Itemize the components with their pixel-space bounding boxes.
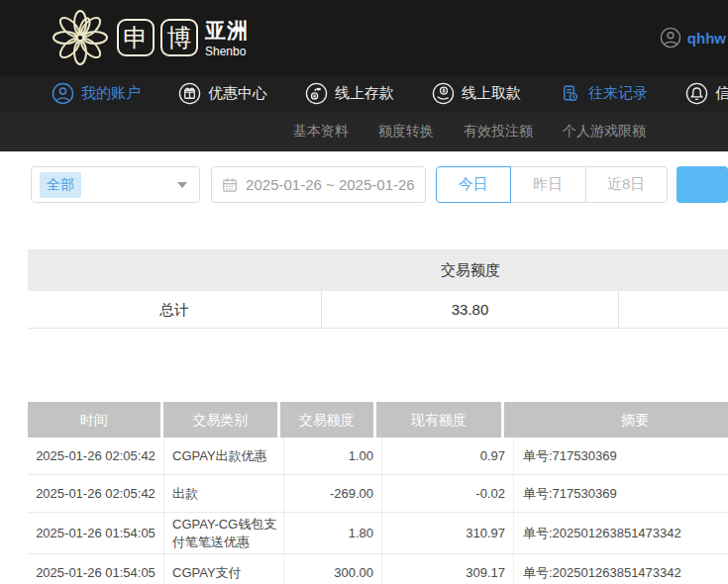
summary-table-header: 交易额度	[28, 249, 728, 291]
table-row: 2025-01-26 02:05:42 CGPAY出款优惠 1.00 0.97 …	[28, 438, 728, 475]
nav-label: 往来记录	[588, 84, 648, 103]
summary-total-row: 总计 33.80	[28, 291, 728, 329]
deposit-icon	[305, 82, 328, 105]
cell-amount: 300.00	[284, 554, 382, 584]
user-avatar-icon	[660, 27, 681, 49]
brand-subtitle: Shenbo	[205, 45, 249, 58]
summary-total-label: 总计	[28, 291, 322, 328]
cell-balance: 0.97	[382, 438, 514, 474]
nav-label: 优惠中心	[208, 84, 267, 103]
nav-item-promotions[interactable]: 优惠中心	[178, 82, 267, 105]
brand-char-bo: 博	[160, 19, 198, 56]
summary-header-amount: 交易额度	[322, 261, 619, 280]
cell-amount: 1.00	[284, 438, 382, 474]
top-header: 申 博 亚洲 Shenbo qhhw	[0, 0, 728, 75]
brand-logo: 申 博 亚洲 Shenbo	[50, 7, 249, 68]
column-header-amount: 交易额度	[280, 402, 373, 438]
brand-char-shen: 申	[117, 19, 155, 56]
username[interactable]: qhhw	[687, 30, 726, 47]
subnav-item-balance-transfer[interactable]: 额度转换	[378, 123, 434, 141]
nav-label: 信息	[715, 84, 728, 103]
column-header-summary: 摘要	[504, 402, 728, 438]
cell-type: CGPAY-CG钱包支付笔笔送优惠	[164, 513, 284, 553]
brand-region: 亚洲	[205, 17, 249, 45]
last-8-days-button[interactable]: 近8日	[585, 166, 668, 203]
withdraw-icon	[432, 82, 455, 105]
yesterday-button[interactable]: 昨日	[510, 166, 586, 203]
cell-type: CGPAY出款优惠	[164, 438, 284, 474]
column-header-time: 时间	[28, 402, 160, 438]
cell-type: CGPAY支付	[164, 554, 284, 584]
transactions-header-row: 时间 交易类别 交易额度 现有额度 摘要	[28, 402, 728, 438]
user-icon	[52, 82, 74, 105]
nav-label: 线上存款	[335, 84, 394, 103]
nav-item-withdraw[interactable]: 线上取款	[432, 82, 521, 105]
nav-item-messages[interactable]: 信息	[685, 82, 728, 105]
cell-time: 2025-01-26 01:54:05	[28, 554, 164, 584]
main-nav: 我的账户 优惠中心 线上存款	[0, 75, 728, 112]
date-range-input[interactable]: 2025-01-26 ~ 2025-01-26	[211, 166, 426, 203]
cell-summary: 单号:717530369	[514, 438, 728, 474]
column-header-type: 交易类别	[163, 402, 277, 438]
cell-balance: 310.97	[382, 513, 514, 553]
nav-item-deposit[interactable]: 线上存款	[305, 82, 394, 105]
today-button[interactable]: 今日	[436, 166, 511, 203]
calendar-icon	[222, 177, 238, 193]
account-transactions-page: 申 博 亚洲 Shenbo qhhw 我的账户	[0, 0, 728, 584]
nav-item-transaction-records[interactable]: 往来记录	[559, 82, 648, 105]
cell-amount: 1.80	[284, 513, 382, 553]
cell-summary: 单号:202501263851473342	[514, 554, 728, 584]
cell-balance: 309.17	[382, 554, 514, 584]
bell-icon	[685, 82, 708, 105]
nav-label: 线上取款	[462, 84, 521, 103]
user-account-area[interactable]: qhhw	[660, 27, 726, 49]
cell-summary: 单号:717530369	[514, 475, 728, 512]
nav-item-my-account[interactable]: 我的账户	[52, 82, 141, 105]
transaction-type-select[interactable]: 全部	[31, 166, 200, 203]
account-sub-nav: 基本资料 额度转换 有效投注额 个人游戏限额	[0, 112, 728, 151]
table-row: 2025-01-26 01:54:05 CGPAY支付 300.00 309.1…	[28, 554, 728, 584]
cell-balance: -0.02	[382, 475, 514, 512]
transactions-table: 时间 交易类别 交易额度 现有额度 摘要 2025-01-26 02:05:42…	[28, 402, 728, 584]
filter-toolbar: 全部 2025-01-26 ~ 2025-01-26 今日 昨日 近8日	[31, 166, 728, 203]
cell-time: 2025-01-26 01:54:05	[28, 513, 164, 553]
gift-icon	[178, 82, 201, 105]
date-range-value: 2025-01-26 ~ 2025-01-26	[246, 176, 415, 193]
column-header-balance: 现有额度	[376, 402, 502, 438]
cell-amount: -269.00	[284, 475, 382, 512]
selected-type-chip: 全部	[40, 172, 81, 198]
cell-time: 2025-01-26 02:05:42	[28, 475, 164, 512]
search-button[interactable]	[676, 166, 728, 203]
cell-summary: 单号:202501263851473342	[514, 513, 728, 553]
cell-time: 2025-01-26 02:05:42	[28, 438, 164, 474]
subnav-item-basic-info[interactable]: 基本资料	[293, 123, 349, 141]
subnav-item-game-limits[interactable]: 个人游戏限额	[563, 123, 646, 141]
summary-table: 交易额度 总计 33.80	[28, 249, 728, 329]
quick-date-buttons: 今日 昨日 近8日	[436, 166, 668, 203]
chevron-down-icon	[177, 182, 187, 188]
table-row: 2025-01-26 01:54:05 CGPAY-CG钱包支付笔笔送优惠 1.…	[28, 513, 728, 554]
table-row: 2025-01-26 02:05:42 出款 -269.00 -0.02 单号:…	[28, 475, 728, 513]
subnav-item-valid-bets[interactable]: 有效投注额	[464, 123, 533, 141]
records-icon	[559, 82, 581, 105]
nav-label: 我的账户	[81, 84, 141, 103]
summary-total-value: 33.80	[322, 291, 619, 328]
cell-type: 出款	[164, 475, 284, 512]
flower-logo-icon	[50, 7, 111, 68]
